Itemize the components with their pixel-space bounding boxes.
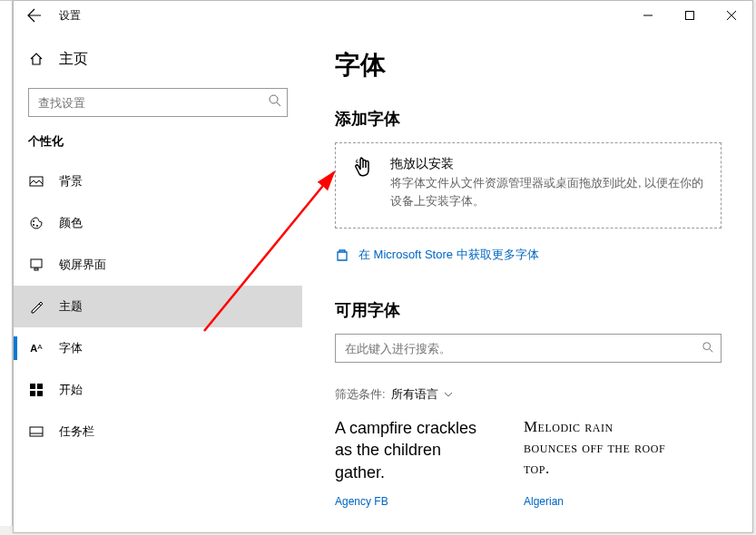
font-card[interactable]: A campfire crackles as the children gath…: [335, 417, 480, 508]
svg-rect-11: [34, 268, 38, 270]
window-title: 设置: [59, 8, 81, 24]
nav-start[interactable]: 开始: [14, 369, 302, 411]
font-card[interactable]: Melodic rain bounces off the roof top. A…: [524, 417, 669, 508]
filter-value: 所有语言: [391, 386, 438, 403]
nav-label: 背景: [59, 173, 83, 190]
nav-label: 开始: [59, 382, 83, 398]
svg-rect-6: [30, 177, 43, 186]
maximize-icon: [685, 11, 694, 20]
nav-lockscreen[interactable]: 锁屏界面: [14, 244, 302, 286]
svg-point-7: [33, 220, 34, 222]
main-panel: 字体 添加字体 拖放以安装 将字体文件从文件资源管理器或桌面拖放到此处, 以便在…: [302, 30, 752, 532]
settings-search-input[interactable]: [28, 88, 288, 117]
filter-row[interactable]: 筛选条件: 所有语言: [335, 386, 722, 403]
svg-rect-13: [37, 384, 43, 389]
svg-rect-16: [30, 427, 43, 436]
theme-icon: [28, 299, 44, 314]
svg-rect-10: [31, 259, 42, 268]
font-sample: Melodic rain bounces off the roof top.: [524, 417, 669, 490]
svg-line-19: [710, 349, 713, 353]
nav-label: 颜色: [59, 215, 83, 231]
settings-window: 设置 主页 个性化 背景 颜色: [13, 0, 753, 533]
svg-point-9: [36, 225, 38, 227]
font-name-label: Agency FB: [335, 495, 480, 508]
page-heading: 字体: [335, 48, 722, 83]
minimize-icon: [643, 11, 653, 20]
svg-point-4: [270, 95, 278, 103]
picture-icon: [28, 174, 44, 189]
chevron-down-icon: [444, 392, 453, 397]
svg-line-5: [277, 102, 280, 106]
content-area: 主页 个性化 背景 颜色 锁屏界面 主题: [14, 30, 752, 532]
add-font-heading: 添加字体: [335, 108, 722, 130]
start-icon: [28, 384, 44, 396]
font-grid: A campfire crackles as the children gath…: [335, 417, 722, 508]
nav-label: 任务栏: [59, 423, 94, 440]
dropzone-text: 拖放以安装 将字体文件从文件资源管理器或桌面拖放到此处, 以便在你的设备上安装字…: [390, 156, 704, 209]
drag-icon: [352, 156, 376, 209]
font-sample: A campfire crackles as the children gath…: [335, 417, 480, 490]
dropzone-title: 拖放以安装: [390, 156, 704, 172]
dropzone-desc: 将字体文件从文件资源管理器或桌面拖放到此处, 以便在你的设备上安装字体。: [390, 174, 704, 209]
background-window-edge: [0, 0, 13, 526]
close-button[interactable]: [711, 1, 752, 30]
home-nav[interactable]: 主页: [14, 41, 302, 77]
font-dropzone[interactable]: 拖放以安装 将字体文件从文件资源管理器或桌面拖放到此处, 以便在你的设备上安装字…: [335, 142, 722, 229]
window-controls: [627, 1, 752, 30]
lockscreen-icon: [28, 258, 44, 272]
font-search-input[interactable]: [335, 334, 722, 363]
back-arrow-icon: [27, 8, 42, 23]
search-icon[interactable]: [268, 93, 282, 112]
svg-rect-14: [30, 391, 35, 396]
fonts-icon: AA: [28, 343, 44, 354]
nav-label: 字体: [59, 340, 83, 356]
nav-taskbar[interactable]: 任务栏: [14, 411, 302, 452]
nav-color[interactable]: 颜色: [14, 202, 302, 244]
maximize-button[interactable]: [669, 1, 711, 30]
filter-label: 筛选条件:: [335, 386, 386, 403]
section-label: 个性化: [14, 133, 302, 160]
nav-background[interactable]: 背景: [14, 160, 302, 202]
store-icon: [335, 248, 349, 262]
svg-rect-15: [37, 391, 43, 396]
home-icon: [28, 52, 44, 66]
close-icon: [727, 11, 736, 20]
store-link[interactable]: 在 Microsoft Store 中获取更多字体: [335, 247, 722, 263]
titlebar: 设置: [14, 1, 752, 30]
svg-point-18: [703, 343, 711, 350]
sidebar: 主页 个性化 背景 颜色 锁屏界面 主题: [14, 30, 302, 532]
nav-fonts[interactable]: AA 字体: [14, 327, 302, 369]
font-search-wrap: [335, 334, 722, 386]
store-link-label: 在 Microsoft Store 中获取更多字体: [358, 247, 539, 263]
nav-label: 主题: [59, 298, 83, 315]
minimize-button[interactable]: [627, 1, 669, 30]
svg-rect-12: [30, 384, 35, 389]
taskbar-icon: [28, 426, 44, 437]
svg-point-8: [33, 224, 34, 226]
back-button[interactable]: [14, 1, 55, 30]
available-fonts-heading: 可用字体: [335, 299, 722, 321]
home-label: 主页: [59, 50, 88, 69]
search-icon[interactable]: [702, 341, 714, 357]
palette-icon: [28, 216, 44, 230]
search-container: [28, 88, 288, 117]
font-name-label: Algerian: [524, 495, 669, 508]
nav-theme[interactable]: 主题: [14, 286, 302, 327]
svg-rect-1: [686, 12, 694, 20]
nav-label: 锁屏界面: [59, 257, 106, 273]
